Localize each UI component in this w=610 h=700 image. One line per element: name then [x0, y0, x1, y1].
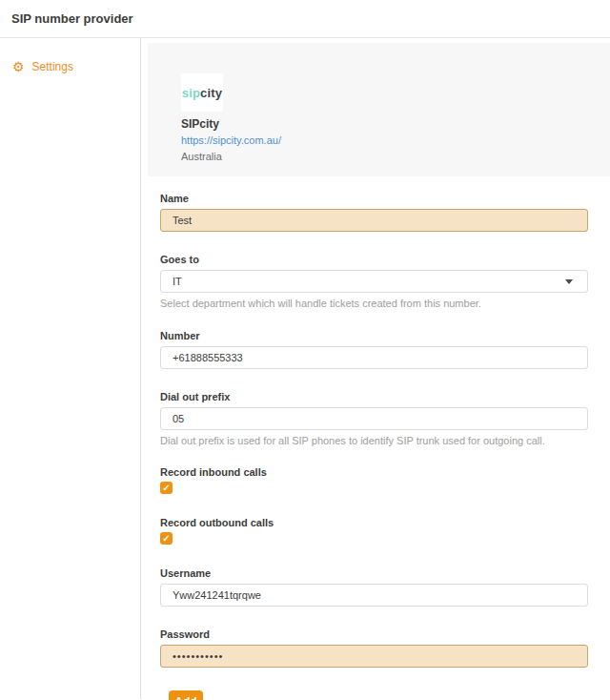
password-field-group: Password — [160, 628, 588, 668]
goes-to-label: Goes to — [160, 254, 588, 265]
main-content: sipcity SIPcity https://sipcity.com.au/ … — [141, 38, 610, 699]
username-input[interactable] — [160, 584, 588, 607]
record-inbound-group: Record inbound calls ✓ — [160, 466, 588, 494]
page-title: SIP number provider — [11, 11, 133, 26]
provider-logo: sipcity — [181, 73, 223, 112]
provider-url-link[interactable]: https://sipcity.com.au/ — [181, 134, 281, 146]
name-label: Name — [160, 193, 588, 204]
logo-part-sip: sip — [182, 86, 200, 100]
username-label: Username — [160, 567, 588, 579]
gear-icon: ⚙ — [12, 60, 25, 73]
number-field-group: Number — [160, 330, 588, 369]
name-input[interactable] — [160, 209, 588, 232]
logo-part-city: city — [200, 86, 222, 100]
username-field-group: Username — [160, 567, 588, 607]
provider-country: Australia — [181, 151, 610, 162]
dial-out-prefix-field-group: Dial out prefix Dial out prefix is used … — [160, 391, 588, 446]
sidebar-item-label: Settings — [32, 60, 73, 73]
dial-out-prefix-input[interactable] — [160, 407, 588, 430]
record-outbound-label: Record outbound calls — [160, 517, 588, 528]
record-outbound-group: Record outbound calls ✓ — [160, 517, 588, 545]
goes-to-selected-value: IT — [173, 276, 182, 287]
number-label: Number — [160, 330, 588, 341]
password-input[interactable] — [160, 645, 588, 668]
provider-name: SIPcity — [181, 117, 610, 131]
check-icon: ✓ — [162, 534, 170, 544]
add-button[interactable]: Add — [169, 690, 203, 700]
record-inbound-checkbox[interactable]: ✓ — [160, 482, 173, 494]
record-outbound-checkbox[interactable]: ✓ — [160, 532, 173, 545]
layout: ⚙ Settings sipcity SIPcity https://sipci… — [0, 38, 610, 699]
dial-out-prefix-label: Dial out prefix — [160, 391, 588, 402]
page-header: SIP number provider — [0, 0, 610, 38]
record-inbound-label: Record inbound calls — [160, 466, 588, 478]
sipcity-logo-wordmark: sipcity — [182, 86, 223, 100]
provider-card: sipcity SIPcity https://sipcity.com.au/ … — [148, 43, 610, 176]
check-icon: ✓ — [162, 484, 170, 493]
sidebar-item-settings[interactable]: ⚙ Settings — [0, 60, 140, 73]
goes-to-helper-text: Select department which will handle tick… — [160, 298, 588, 309]
dropdown-arrow-icon — [565, 279, 573, 284]
provider-form: Name Goes to IT Select department which … — [160, 193, 588, 700]
number-input[interactable] — [160, 346, 588, 369]
goes-to-field-group: Goes to IT Select department which will … — [160, 254, 588, 309]
sidebar: ⚙ Settings — [0, 38, 141, 699]
name-field-group: Name — [160, 193, 588, 232]
goes-to-select[interactable]: IT — [160, 270, 588, 293]
password-label: Password — [160, 628, 588, 640]
dial-out-prefix-helper-text: Dial out prefix is used for all SIP phon… — [160, 435, 588, 446]
